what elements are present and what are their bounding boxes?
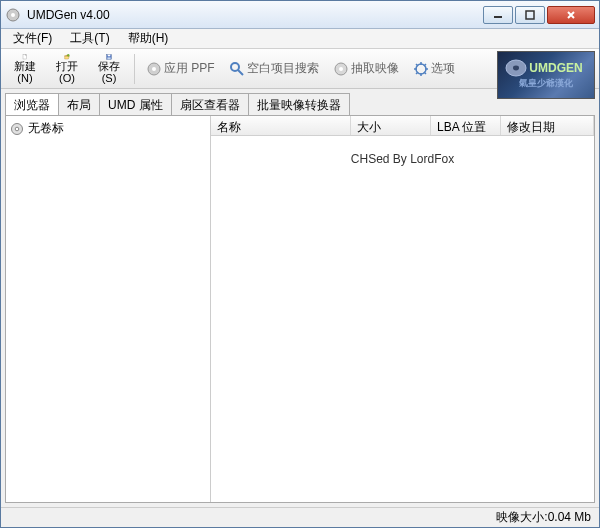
logo-subtext: 氣皇少爺漢化: [519, 77, 573, 90]
svg-point-27: [15, 127, 19, 131]
svg-point-25: [513, 66, 519, 71]
svg-point-14: [339, 67, 343, 71]
save-button[interactable]: 保存 (S): [89, 51, 129, 87]
tab-browser[interactable]: 浏览器: [5, 93, 59, 115]
extract-label: 抽取映像: [351, 60, 399, 77]
tab-batch-converter[interactable]: 批量映像转换器: [248, 93, 350, 115]
menu-tools[interactable]: 工具(T): [62, 28, 117, 49]
logo-text: UMDGEN: [529, 61, 582, 75]
col-modified[interactable]: 修改日期: [501, 116, 594, 135]
extract-button[interactable]: 抽取映像: [327, 57, 405, 81]
svg-rect-3: [526, 11, 534, 19]
col-size[interactable]: 大小: [351, 116, 431, 135]
svg-line-12: [238, 70, 243, 75]
svg-point-11: [231, 63, 239, 71]
search-empty-button[interactable]: 空白项目搜索: [223, 57, 325, 81]
credit-text: CHSed By LordFox: [351, 152, 454, 166]
tree-root[interactable]: 无卷标: [10, 120, 206, 137]
apply-ppf-button[interactable]: 应用 PPF: [140, 57, 221, 81]
tab-body: 无卷标 名称 大小 LBA 位置 修改日期 CHSed By LordFox: [5, 115, 595, 503]
new-button[interactable]: 新建 (N): [5, 51, 45, 87]
search-empty-label: 空白项目搜索: [247, 60, 319, 77]
tab-layout[interactable]: 布局: [58, 93, 100, 115]
brand-logo: UMDGEN 氣皇少爺漢化: [497, 51, 595, 99]
list-header: 名称 大小 LBA 位置 修改日期: [211, 116, 594, 136]
status-image-size: 映像大小:0.04 Mb: [496, 509, 591, 526]
open-label: 打开 (O): [56, 60, 78, 84]
menubar: 文件(F) 工具(T) 帮助(H): [1, 29, 599, 49]
search-icon: [229, 61, 245, 77]
menu-file[interactable]: 文件(F): [5, 28, 60, 49]
app-window: UMDGen v4.00 文件(F) 工具(T) 帮助(H) 新建 (N) 打开…: [0, 0, 600, 528]
tree-pane[interactable]: 无卷标: [6, 116, 211, 502]
col-lba[interactable]: LBA 位置: [431, 116, 501, 135]
options-label: 选项: [431, 60, 455, 77]
gear-icon: [413, 61, 429, 77]
disc-volume-icon: [10, 122, 24, 136]
window-controls: [483, 6, 595, 24]
close-button[interactable]: [547, 6, 595, 24]
svg-point-5: [67, 54, 69, 56]
titlebar[interactable]: UMDGen v4.00: [1, 1, 599, 29]
svg-point-1: [11, 13, 15, 17]
list-pane: 名称 大小 LBA 位置 修改日期 CHSed By LordFox: [211, 116, 594, 502]
tab-sector-viewer[interactable]: 扇区查看器: [171, 93, 249, 115]
menu-help[interactable]: 帮助(H): [120, 28, 177, 49]
maximize-button[interactable]: [515, 6, 545, 24]
toolbar: 新建 (N) 打开 (O) 保存 (S) 应用 PPF 空白项目搜索 抽取映像 …: [1, 49, 599, 89]
save-label: 保存 (S): [98, 60, 120, 84]
minimize-button[interactable]: [483, 6, 513, 24]
tab-umd-attrs[interactable]: UMD 属性: [99, 93, 172, 115]
extract-icon: [333, 61, 349, 77]
window-title: UMDGen v4.00: [27, 8, 483, 22]
app-icon: [5, 7, 21, 23]
apply-ppf-label: 应用 PPF: [164, 60, 215, 77]
new-label: 新建 (N): [14, 60, 36, 84]
svg-rect-7: [108, 54, 111, 56]
disc-icon: [146, 61, 162, 77]
toolbar-separator: [134, 54, 135, 84]
options-button[interactable]: 选项: [407, 57, 461, 81]
disc-logo-icon: [504, 58, 528, 78]
open-button[interactable]: 打开 (O): [47, 51, 87, 87]
col-name[interactable]: 名称: [211, 116, 351, 135]
tabs-area: 浏览器 布局 UMD 属性 扇区查看器 批量映像转换器 无卷标 名称 大小 LB…: [1, 89, 599, 507]
list-body[interactable]: CHSed By LordFox: [211, 136, 594, 502]
tree-root-label: 无卷标: [28, 120, 64, 137]
svg-point-10: [152, 67, 156, 71]
statusbar: 映像大小:0.04 Mb: [1, 507, 599, 527]
